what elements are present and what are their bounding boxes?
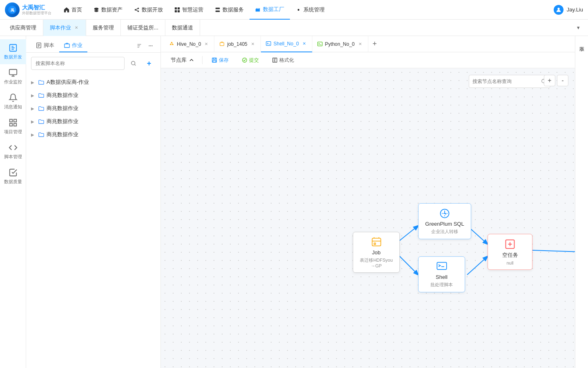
flow-arrows: [161, 68, 575, 368]
tree-item-label: 商兆数据作业: [47, 105, 156, 112]
tab-data-channel[interactable]: 数据通道: [165, 20, 200, 36]
sidebar-label-quality: 数据质量: [4, 179, 22, 185]
inner-tab-close-hive[interactable]: ✕: [203, 41, 209, 47]
list-item[interactable]: ▶ 商兆数据作业: [26, 89, 160, 102]
tab-dropdown[interactable]: ▾: [572, 20, 585, 36]
svg-rect-21: [9, 123, 12, 126]
nav-operation[interactable]: 智慧运营: [169, 0, 209, 20]
script-tab-job[interactable]: 作业: [59, 39, 87, 52]
sidebar-item-script[interactable]: 脚本管理: [0, 139, 26, 164]
svg-point-26: [151, 45, 153, 47]
list-item[interactable]: ▶ A数据供应商-作业: [26, 76, 160, 89]
flow-node-greenplum[interactable]: GreenPlum SQL 企业法人转移: [418, 203, 471, 239]
search-submit-btn[interactable]: [127, 57, 140, 70]
submit-btn[interactable]: 提交: [238, 55, 263, 65]
nav-data-asset[interactable]: 数据资产: [88, 0, 128, 20]
list-item[interactable]: ▶ 商兆数据作业: [26, 102, 160, 115]
inner-tab-close-shell[interactable]: ✕: [301, 41, 307, 47]
inner-tab-job[interactable]: job_1405 ✕: [214, 36, 261, 52]
inner-tab-close-job[interactable]: ✕: [250, 41, 256, 47]
tab-close-script-job[interactable]: ✕: [74, 25, 79, 31]
svg-rect-39: [374, 243, 376, 245]
script-tab-script[interactable]: 脚本: [31, 39, 59, 52]
job-node-icon: [371, 236, 382, 248]
script-tab-label-job: 作业: [72, 42, 82, 49]
job-node-desc: 表迁移HDFSyou→GP: [360, 257, 393, 268]
second-tab-bar: 供应商管理 脚本作业 ✕ 服务管理 辅证受益所... 数据通道 ▾: [0, 20, 588, 36]
canvas-search: [469, 75, 550, 88]
tab-script-job[interactable]: 脚本作业 ✕: [43, 20, 86, 36]
tree-item-label: 商兆数据作业: [47, 131, 156, 138]
nav-factory[interactable]: 数据工厂: [249, 0, 290, 20]
save-label: 保存: [219, 57, 229, 64]
canvas-zoom: + -: [544, 75, 568, 86]
script-tab-actions: [134, 41, 156, 51]
format-label: 格式化: [279, 57, 294, 64]
nav-data-open[interactable]: 数据开放: [128, 0, 169, 20]
list-item[interactable]: ▶ 商兆数据作业: [26, 115, 160, 128]
sidebar-label-script: 脚本管理: [4, 154, 22, 160]
sidebar-item-project[interactable]: 项目管理: [0, 114, 26, 139]
script-search: +: [26, 53, 160, 74]
empty-node-name: 空任务: [502, 251, 518, 259]
shell1-node-name: Shell: [436, 274, 448, 280]
folder-icon: [38, 79, 44, 85]
svg-rect-8: [175, 7, 177, 9]
tab-service[interactable]: 服务管理: [86, 20, 121, 36]
inner-tab-hive[interactable]: Hive_No_0 ✕: [164, 36, 214, 52]
job-node-name: Job: [372, 249, 381, 256]
folder-icon: [38, 105, 44, 111]
tree-arrow-icon: ▶: [31, 119, 36, 124]
canvas-search-input[interactable]: [472, 79, 541, 84]
format-btn[interactable]: 格式化: [268, 55, 298, 65]
logo-text: 大禹智汇 外部数据管理平台: [22, 4, 51, 16]
folder-icon: [38, 92, 44, 98]
zoom-in-btn[interactable]: +: [544, 75, 555, 86]
job-icon: [219, 41, 225, 47]
svg-rect-11: [178, 10, 180, 12]
svg-rect-18: [9, 119, 12, 122]
node-lib-toggle[interactable]: 节点库: [167, 55, 197, 65]
sidebar-item-notify[interactable]: 消息通知: [0, 89, 26, 114]
inner-tab-shell[interactable]: Shell_No_0 ✕: [261, 36, 312, 52]
submit-label: 提交: [249, 57, 259, 64]
flow-node-job[interactable]: Job 表迁移HDFSyou→GP: [353, 232, 400, 273]
inner-tabs: Hive_No_0 ✕ job_1405 ✕ Shell_No_0 ✕ Pyth…: [161, 36, 575, 52]
inner-tab-add-btn[interactable]: +: [368, 36, 381, 52]
canvas-content[interactable]: + -: [161, 68, 575, 368]
flow-node-shell1[interactable]: Shell 批处理脚本: [418, 256, 465, 292]
version-panel: 版本: [575, 36, 588, 368]
script-search-input[interactable]: [31, 57, 125, 70]
nav-home[interactable]: 首页: [58, 0, 88, 20]
flow-node-empty[interactable]: 空任务 null: [488, 234, 532, 270]
svg-text:禹: 禹: [11, 8, 14, 12]
tree-item-label: 商兆数据作业: [47, 118, 156, 125]
add-job-btn[interactable]: +: [143, 57, 156, 70]
nav-right: Jay.Liu: [554, 5, 583, 15]
tab-supplier[interactable]: 供应商管理: [3, 20, 43, 36]
tree-view-btn[interactable]: [134, 41, 144, 51]
zoom-out-btn[interactable]: -: [557, 75, 568, 86]
save-btn[interactable]: 保存: [207, 55, 233, 65]
inner-tab-python[interactable]: Python_No_0 ✕: [312, 36, 368, 52]
svg-rect-32: [213, 58, 215, 60]
inner-tab-close-python[interactable]: ✕: [357, 41, 363, 47]
logo-sub-text: 外部数据管理平台: [22, 11, 51, 16]
sidebar-item-monitor[interactable]: 作业监控: [0, 64, 26, 89]
tab-auxiliary[interactable]: 辅证受益所...: [121, 20, 165, 36]
sidebar-item-dev[interactable]: 数据开发: [0, 39, 26, 64]
svg-rect-19: [13, 119, 16, 122]
svg-rect-10: [175, 10, 177, 12]
nav-settings[interactable]: 系统管理: [290, 0, 330, 20]
nav-service[interactable]: 数据服务: [209, 0, 249, 20]
version-label[interactable]: 版本: [577, 39, 587, 46]
svg-rect-41: [437, 263, 446, 270]
more-options-btn[interactable]: [146, 41, 156, 51]
list-item[interactable]: ▶ 商兆数据作业: [26, 128, 160, 141]
svg-line-6: [136, 9, 138, 9]
svg-point-2: [94, 7, 99, 9]
svg-point-27: [131, 61, 135, 65]
tree-item-label: A数据供应商-作业: [47, 79, 156, 86]
greenplum-node-desc: 企业法人转移: [431, 229, 458, 235]
sidebar-item-quality[interactable]: 数据质量: [0, 164, 26, 189]
